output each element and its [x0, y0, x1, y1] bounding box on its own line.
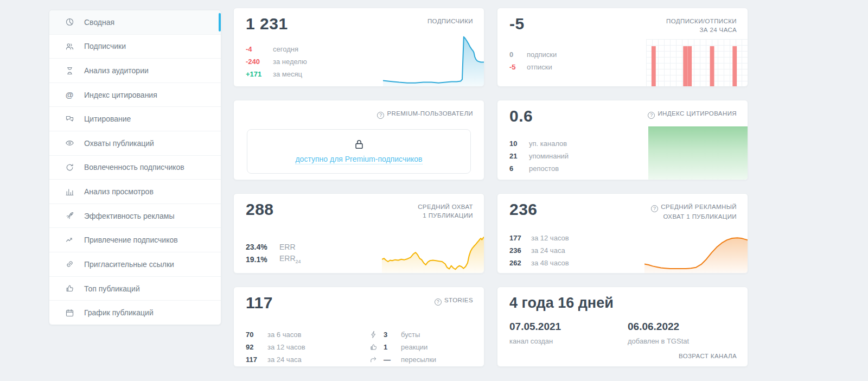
sidebar-item-label: Пригласительные ссылки	[84, 260, 174, 269]
rocket-icon	[64, 211, 75, 221]
active-indicator	[219, 13, 221, 31]
sidebar-item-label: Индекс цитирования	[84, 91, 157, 99]
sidebar-item-post-schedule[interactable]: График публикаций	[49, 300, 221, 325]
channel-age-value: 4 года 16 дней	[509, 295, 614, 312]
dna-icon	[64, 66, 75, 75]
stat-today: -4 сегодня	[246, 43, 307, 55]
card-premium-users: PREMIUM-ПОЛЬЗОВАТЕЛИ доступно для Premiu…	[233, 100, 484, 180]
stat-reactions: 1 реакции	[369, 341, 436, 353]
refresh-icon	[64, 162, 75, 172]
card-citation-index: 0.6 ИНДЕКС ЦИТИРОВАНИЯ 10 уп. каналов 21…	[497, 100, 748, 180]
sidebar-item-label: Эффективность рекламы	[84, 212, 174, 220]
sidebar-item-post-reach[interactable]: Охваты публикаций	[49, 131, 221, 155]
stat-boosts: 3 бусты	[369, 328, 436, 341]
card-avg-ad-reach-title: СРЕДНИЙ РЕКЛАМНЫЙ ОХВАТ 1 ПУБЛИКАЦИИ	[651, 202, 737, 221]
subscribers-stats: -4 сегодня -240 за неделю +171 за месяц	[246, 43, 307, 80]
stat-48h: 262 за 48 часов	[509, 257, 569, 269]
subs-unsubs-stats: 0 подписки -5 отписки	[509, 48, 557, 73]
subs-unsubs-chart	[646, 39, 748, 86]
sidebar-item-label: Привлечение подписчиков	[84, 236, 178, 244]
sidebar-item-label: Анализ аудитории	[84, 66, 149, 75]
stat-err: 23.4% ERR	[246, 240, 301, 253]
stories-left-stats: 70 за 6 часов 92 за 12 часов 117 за 24 ч…	[246, 328, 305, 366]
stories-right-stats: 3 бусты 1 реакции — пересылки	[369, 328, 436, 366]
subs-unsubs-value: -5	[509, 15, 525, 33]
card-subscribers-title: ПОДПИСЧИКИ	[427, 17, 473, 26]
stat-reposts: 6 репостов	[509, 162, 569, 175]
stat-unsubs: -5 отписки	[509, 61, 557, 73]
sidebar-item-subscribers[interactable]: Подписчики	[49, 34, 221, 59]
eye-icon	[64, 138, 75, 148]
sidebar-item-engagement[interactable]: Вовлеченность подписчиков	[49, 155, 221, 180]
sidebar-item-label: Охваты публикаций	[84, 139, 154, 148]
thumbs-up-icon	[369, 343, 380, 351]
subscribers-chart	[383, 29, 484, 86]
stat-12h: 92 за 12 часов	[246, 341, 305, 353]
citation-index-chart	[648, 126, 748, 180]
avg-reach-stats: 23.4% ERR 19.1% ERR24	[246, 240, 301, 265]
help-icon[interactable]	[651, 205, 658, 212]
dashboard-grid: 1 231 ПОДПИСЧИКИ -4 сегодня -240 за неде…	[233, 8, 748, 367]
card-citation-index-title: ИНДЕКС ЦИТИРОВАНИЯ	[648, 109, 737, 119]
stat-month: +171 за месяц	[246, 68, 307, 80]
channel-added-tgstat: 06.06.2022 добавлен в TGStat	[628, 321, 689, 345]
card-subs-unsubs-title: ПОДПИСКИ/ОТПИСКИ ЗА 24 ЧАСА	[666, 17, 737, 34]
calendar-icon	[64, 308, 75, 318]
premium-upgrade-link[interactable]: доступно для Premium-подписчиков	[295, 155, 422, 164]
card-premium-title: PREMIUM-ПОЛЬЗОВАТЕЛИ	[377, 109, 473, 119]
help-icon[interactable]	[648, 112, 655, 119]
card-stories-title: STORIES	[435, 296, 473, 306]
stat-channels: 10 уп. каналов	[509, 137, 569, 150]
stat-forwards: — пересылки	[369, 353, 436, 366]
card-stories: 117 STORIES 70 за 6 часов 92 за 12 часов…	[233, 287, 484, 367]
stat-week: -240 за неделю	[246, 55, 307, 68]
help-icon[interactable]	[435, 299, 442, 306]
forward-icon	[369, 355, 380, 364]
sidebar-item-label: Подписчики	[84, 42, 126, 50]
at-icon: @	[64, 90, 75, 100]
card-channel-age-title: ВОЗРАСТ КАНАЛА	[679, 353, 737, 359]
stat-subs: 0 подписки	[509, 48, 557, 61]
channel-created: 07.05.2021 канал создан	[509, 321, 561, 345]
subscribers-count: 1 231	[246, 15, 288, 33]
sidebar-item-audience-analysis[interactable]: Анализ аудитории	[49, 58, 221, 82]
card-subscribers: 1 231 ПОДПИСЧИКИ -4 сегодня -240 за неде…	[233, 8, 484, 87]
pie-chart-icon	[64, 17, 75, 27]
lock-icon	[353, 138, 365, 150]
line-chart-icon	[64, 235, 75, 245]
card-avg-ad-reach: 236 СРЕДНИЙ РЕКЛАМНЫЙ ОХВАТ 1 ПУБЛИКАЦИИ…	[497, 193, 748, 274]
avg-reach-chart	[382, 227, 484, 273]
sidebar-item-label: График публикаций	[84, 308, 154, 317]
sidebar-item-citation[interactable]: Цитирование	[49, 106, 221, 131]
avg-ad-reach-value: 236	[509, 200, 538, 219]
sidebar-item-top-posts[interactable]: Топ публикаций	[49, 276, 221, 301]
link-icon	[64, 259, 75, 269]
card-subs-unsubs: -5 ПОДПИСКИ/ОТПИСКИ ЗА 24 ЧАСА 0 подписк…	[497, 8, 748, 87]
stat-6h: 70 за 6 часов	[246, 328, 305, 341]
avg-reach-value: 288	[246, 200, 274, 219]
sidebar-item-label: Цитирование	[84, 115, 131, 123]
avg-ad-reach-chart	[644, 230, 748, 273]
sidebar-item-views-analysis[interactable]: Анализ просмотров	[49, 179, 221, 204]
boost-icon	[369, 331, 380, 339]
sidebar-item-ad-performance[interactable]: Эффективность рекламы	[49, 204, 221, 228]
stat-12h: 177 за 12 часов	[509, 232, 569, 244]
bar-chart-icon	[64, 187, 75, 196]
sidebar-item-citation-index[interactable]: @Индекс цитирования	[49, 82, 221, 107]
quote-bubbles-icon	[64, 114, 75, 124]
premium-locked-panel: доступно для Premium-подписчиков	[247, 129, 471, 174]
thumbs-up-icon	[64, 284, 75, 294]
stat-err24: 19.1% ERR24	[246, 253, 301, 265]
sidebar-item-subscriber-acquisition[interactable]: Привлечение подписчиков	[49, 227, 221, 252]
card-avg-reach-title: СРЕДНИЙ ОХВАТ 1 ПУБЛИКАЦИИ	[418, 202, 473, 220]
sidebar-item-label: Топ публикаций	[84, 284, 140, 293]
sidebar: СводнаяПодписчикиАнализ аудитории@Индекс…	[49, 10, 221, 325]
card-channel-age: 4 года 16 дней 07.05.2021 канал создан 0…	[497, 287, 748, 367]
citation-index-stats: 10 уп. каналов 21 упоминаний 6 репостов	[509, 137, 569, 175]
users-icon	[64, 41, 75, 51]
sidebar-item-label: Сводная	[84, 18, 114, 27]
sidebar-item-invite-links[interactable]: Пригласительные ссылки	[49, 252, 221, 276]
help-icon[interactable]	[377, 112, 384, 119]
card-avg-reach: 288 СРЕДНИЙ ОХВАТ 1 ПУБЛИКАЦИИ 23.4% ERR…	[233, 193, 484, 274]
sidebar-item-summary[interactable]: Сводная	[49, 10, 221, 34]
